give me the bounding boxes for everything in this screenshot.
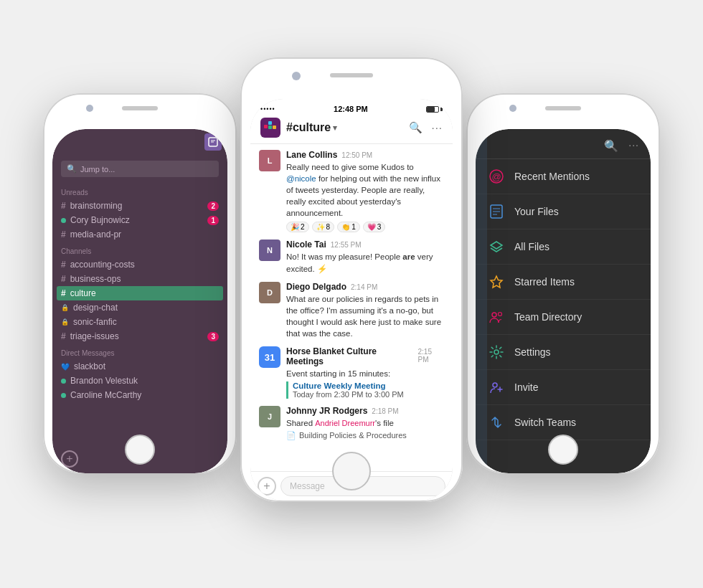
signal-dots: ••••• <box>260 105 275 113</box>
menu-header: 🔍 ··· <box>476 129 651 159</box>
svg-point-10 <box>492 313 496 317</box>
mention[interactable]: @nicole <box>286 174 316 183</box>
more-options-icon[interactable]: ··· <box>431 121 443 134</box>
menu-label-settings: Settings <box>514 346 551 358</box>
sidebar-item-design[interactable]: 🔒 design-chat <box>52 300 227 315</box>
menu-label-switch-teams: Switch Teams <box>514 417 576 428</box>
search-icon[interactable]: 🔍 <box>604 139 618 153</box>
svg-point-12 <box>494 350 499 354</box>
time-display: 12:48 PM <box>334 105 368 113</box>
menu-item-starred[interactable]: Starred Items <box>476 265 651 300</box>
menu-label-your-files: Your Files <box>514 206 559 217</box>
sidebar: 🔍 Jump to... Unreads # brainstorming 2 <box>52 129 227 473</box>
svg-rect-3 <box>268 121 272 125</box>
switch-icon <box>489 414 504 430</box>
reaction[interactable]: 💗 3 <box>363 222 386 232</box>
channel-name-text: #culture <box>286 121 331 134</box>
menu-label-recent-mentions: Recent Mentions <box>514 171 590 182</box>
reaction[interactable]: 🎉 2 <box>286 222 309 232</box>
hash-icon: # <box>61 274 66 284</box>
avatar: J <box>259 406 280 427</box>
svg-rect-4 <box>268 125 272 129</box>
search-icon: 🔍 <box>67 164 77 174</box>
menu-item-your-files[interactable]: Your Files <box>476 194 651 229</box>
hash-icon: # <box>61 288 66 298</box>
event-time: 2:15 PM <box>418 348 444 364</box>
message-text: What are our policies in regards to pets… <box>286 293 444 339</box>
chat-header: #culture ▾ 🔍 ··· <box>250 113 453 144</box>
menu-item-all-files[interactable]: All Files <box>476 229 651 265</box>
channel-name: triage-issues <box>70 331 119 341</box>
svg-rect-5 <box>273 125 276 129</box>
menu-item-settings[interactable]: Settings <box>476 335 651 370</box>
avatar: L <box>259 150 280 171</box>
sidebar-item-accounting[interactable]: # accounting-costs <box>52 257 227 272</box>
slack-logo-icon <box>260 118 280 138</box>
sidebar-item-brainstorming[interactable]: # brainstorming 2 <box>52 199 227 213</box>
sidebar-item-caroline[interactable]: Caroline McCarthy <box>52 388 227 402</box>
reaction[interactable]: 👏 1 <box>337 222 360 232</box>
svg-point-13 <box>493 383 497 387</box>
left-home-button[interactable] <box>125 435 155 465</box>
event-content: Horse Blanket Culture Meetings 2:15 PM E… <box>286 346 444 399</box>
center-home-button[interactable] <box>332 452 371 490</box>
menu-item-team-directory[interactable]: Team Directory <box>476 300 651 335</box>
online-indicator <box>61 393 66 398</box>
file-icon: 📄 <box>286 431 296 440</box>
calendar-icon: 31 <box>259 346 280 368</box>
message-row: D Diego Delgado 2:14 PM What are our pol… <box>259 282 444 339</box>
avatar: D <box>259 282 280 303</box>
add-channel-button[interactable]: + <box>61 450 78 468</box>
svg-text:@: @ <box>491 171 501 182</box>
file-icon <box>489 204 504 219</box>
right-phone: 🔍 ··· @ Recent Mentions <box>466 93 660 473</box>
message-author: Nicole Tai <box>286 240 326 250</box>
add-attachment-button[interactable]: + <box>258 477 276 495</box>
sidebar-item-media[interactable]: # media-and-pr <box>52 227 227 242</box>
search-bar[interactable]: 🔍 Jump to... <box>61 161 219 177</box>
gear-icon <box>489 344 504 360</box>
sidebar-item-business[interactable]: # business-ops <box>52 272 227 286</box>
center-screen: ••••• 12:48 PM <box>250 99 453 501</box>
message-time: 12:55 PM <box>331 241 362 249</box>
more-options-icon[interactable]: ··· <box>628 139 639 153</box>
team-icon <box>489 309 504 325</box>
reaction[interactable]: ✨ 8 <box>312 222 335 232</box>
sidebar-item-triage[interactable]: # triage-issues 3 <box>52 329 227 343</box>
svg-marker-9 <box>491 276 502 288</box>
dm-label: Direct Messages <box>52 343 227 359</box>
hash-icon: # <box>61 331 66 341</box>
sidebar-item-slackbot[interactable]: 💙 slackbot <box>52 359 227 374</box>
online-indicator <box>61 379 66 384</box>
avatar: N <box>259 240 280 261</box>
reactions: 🎉 2 ✨ 8 👏 1 💗 3 <box>286 222 444 232</box>
invite-icon <box>489 379 504 395</box>
menu-item-recent-mentions[interactable]: @ Recent Mentions <box>476 159 651 194</box>
left-screen: 🔍 Jump to... Unreads # brainstorming 2 <box>52 129 227 473</box>
sidebar-item-culture[interactable]: # culture <box>57 286 223 300</box>
message-time: 2:14 PM <box>351 283 377 291</box>
menu-item-invite[interactable]: Invite <box>476 370 651 405</box>
search-icon[interactable]: 🔍 <box>409 121 423 134</box>
hash-icon: # <box>61 201 66 211</box>
dm-name: slackbot <box>74 361 105 371</box>
badge-triage: 3 <box>207 332 219 341</box>
message-author: Diego Delgado <box>286 282 346 292</box>
event-title[interactable]: Culture Weekly Meeting <box>293 381 444 390</box>
menu-label-all-files: All Files <box>514 241 549 252</box>
dropdown-chevron[interactable]: ▾ <box>333 123 337 133</box>
event-author: Horse Blanket Culture Meetings <box>286 346 414 366</box>
chat-screen: ••••• 12:48 PM <box>250 99 453 501</box>
sidebar-item-cory[interactable]: Cory Bujnowicz 1 <box>52 213 227 227</box>
message-text: No! It was my pleasure! People are very … <box>286 251 444 274</box>
dm-name-cory: Cory Bujnowicz <box>70 215 130 225</box>
left-camera <box>86 105 93 112</box>
menu-label-team-directory: Team Directory <box>514 311 582 323</box>
lock-icon: 🔒 <box>61 318 69 326</box>
sidebar-item-brandon[interactable]: Brandon Velestuk <box>52 374 227 388</box>
dm-name: Caroline McCarthy <box>70 390 141 400</box>
channel-name: sonic-fanfic <box>73 317 117 327</box>
right-home-button[interactable] <box>548 435 578 465</box>
right-menu: 🔍 ··· @ Recent Mentions <box>476 129 651 473</box>
sidebar-item-sonic[interactable]: 🔒 sonic-fanfic <box>52 315 227 329</box>
